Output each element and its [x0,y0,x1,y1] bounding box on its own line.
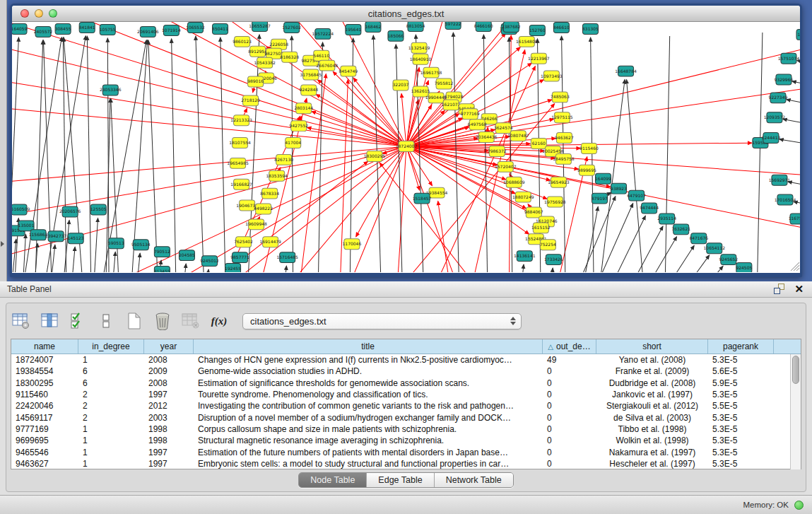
float-panel-icon[interactable] [774,284,784,294]
network-view-canvas[interactable]: 1872400711325419186409101696175879558123… [12,22,800,272]
table-cell[interactable]: 0 [543,390,596,399]
table-cell[interactable]: 9777169 [11,424,78,434]
graph-edge[interactable] [12,146,406,184]
graph-edge[interactable] [453,33,459,272]
table-row[interactable]: 2242004622012Investigating the contribut… [11,400,801,411]
memory-ok-indicator[interactable] [794,501,804,510]
graph-edge[interactable] [589,216,645,272]
table-cell[interactable]: 2003 [144,413,194,423]
table-cell[interactable]: 5.3E-5 [708,459,774,469]
zoom-window-button[interactable] [49,9,57,18]
graph-edge[interactable] [549,268,553,272]
table-cell[interactable]: 0 [543,459,596,469]
graph-edge[interactable] [135,253,140,272]
table-cell[interactable]: 1 [78,355,144,365]
tab-edge-table[interactable]: Edge Table [366,473,433,487]
graph-edge[interactable] [111,252,115,272]
table-cell[interactable]: 5.3E-5 [708,355,774,365]
tab-network-table[interactable]: Network Table [434,473,513,487]
table-cell[interactable]: 2 [78,401,144,411]
graph-edge[interactable] [196,36,205,272]
graph-edge[interactable] [87,36,91,272]
graph-edge[interactable] [406,146,420,190]
unselect-all-button[interactable] [95,310,117,332]
graph-edge[interactable] [788,182,800,189]
table-cell[interactable]: Embryonic stem cells: a model to study s… [194,459,543,469]
table-cell[interactable]: 18724007 [11,355,78,365]
table-cell[interactable]: 1 [78,424,144,434]
table-cell[interactable]: Investigating the contribution of common… [194,401,543,411]
function-builder-button[interactable]: f(x) [208,310,230,332]
table-cell[interactable]: 2008 [144,355,194,365]
table-cell[interactable]: 49 [543,355,596,365]
graph-edge[interactable] [283,266,287,272]
graph-edge[interactable] [792,81,800,88]
table-cell[interactable]: 6 [78,366,144,376]
table-cell[interactable]: Franke et al. (2009) [596,366,708,376]
table-cell[interactable]: 0 [543,378,596,388]
select-columns-button[interactable] [39,310,60,332]
splitter-expand-icon[interactable] [1,241,4,247]
table-cell[interactable]: 1997 [144,459,194,469]
table-row[interactable]: 946362711997Embryonic stem cells: a mode… [11,458,801,469]
table-row[interactable]: 1456911722003Disruption of a novel membe… [11,411,801,423]
table-cell[interactable]: Stergiakouli et al. (2012) [596,401,708,411]
table-cell[interactable]: 19384554 [11,366,78,376]
table-cell[interactable]: 14569117 [11,413,78,423]
column-header-year[interactable]: year [144,339,194,354]
column-header-name[interactable]: name [11,339,78,354]
graph-edge[interactable] [339,146,406,272]
table-vertical-scrollbar[interactable] [790,354,801,469]
graph-edge[interactable] [558,197,616,272]
graph-edge[interactable] [669,266,723,272]
table-cell[interactable]: Nakamura et al. (1997) [596,448,708,457]
graph-edge[interactable] [519,264,524,272]
graph-edge[interactable] [406,57,418,146]
table-cell[interactable]: Corpus callosum shape and size in male p… [194,424,543,434]
table-cell[interactable]: 0 [543,448,596,457]
graph-edge[interactable] [49,245,55,272]
table-cell[interactable]: 0 [543,436,596,445]
table-cell[interactable]: 2009 [144,366,194,376]
table-row[interactable]: 911546021997Tourette syndrome. Phenomeno… [11,389,801,400]
table-cell[interactable]: 0 [543,401,596,411]
graph-edge[interactable] [779,139,800,147]
table-cell[interactable]: 0 [543,413,596,423]
table-cell[interactable]: 1 [78,448,144,457]
column-header-short[interactable]: short [596,339,708,354]
table-cell[interactable]: 22420046 [11,401,78,411]
table-cell[interactable]: 0 [543,424,596,434]
table-cell[interactable]: 2 [78,413,144,423]
graph-edge[interactable] [797,60,800,67]
table-cell[interactable]: Hescheler et al. (1997) [596,459,708,469]
new-column-button[interactable] [124,310,145,332]
table-cell[interactable]: 1998 [144,424,194,434]
table-row[interactable]: 977716911998Corpus callosum shape and si… [11,424,801,435]
table-selector-dropdown[interactable]: citations_edges.txt [242,313,522,329]
table-cell[interactable]: Tibbo et al. (1998) [596,424,708,434]
table-cell[interactable]: 2012 [144,401,194,411]
table-cell[interactable]: 2008 [144,378,194,388]
graph-edge[interactable] [576,204,632,272]
table-cell[interactable]: 5.6E-5 [708,366,774,376]
graph-edge[interactable] [607,226,664,272]
table-cell[interactable]: 5.3E-5 [708,448,774,457]
table-cell[interactable]: Genome-wide association studies in ADHD. [194,366,543,376]
table-cell[interactable]: 9699695 [11,436,78,445]
table-cell[interactable]: Jankovic et al. (1997) [596,390,708,399]
graph-edge[interactable] [639,245,695,272]
table-cell[interactable]: de Silva et al. (2003) [596,413,708,423]
table-cell[interactable]: 1997 [144,448,194,457]
table-row[interactable]: 946554611997Estimation of the future num… [11,446,801,457]
table-cell[interactable]: 5.3E-5 [708,390,774,399]
delete-column-button[interactable] [152,310,173,332]
table-cell[interactable]: 5.3E-5 [708,413,774,423]
graph-edge[interactable] [22,234,25,272]
table-cell[interactable]: Estimation of the future numbers of pati… [194,448,543,457]
close-window-button[interactable] [20,9,29,18]
graph-edge[interactable] [98,40,146,272]
graph-edge[interactable] [783,119,800,127]
table-cell[interactable]: 1 [78,459,144,469]
table-cell[interactable]: 9463627 [11,459,78,469]
graph-edge[interactable] [654,255,710,272]
